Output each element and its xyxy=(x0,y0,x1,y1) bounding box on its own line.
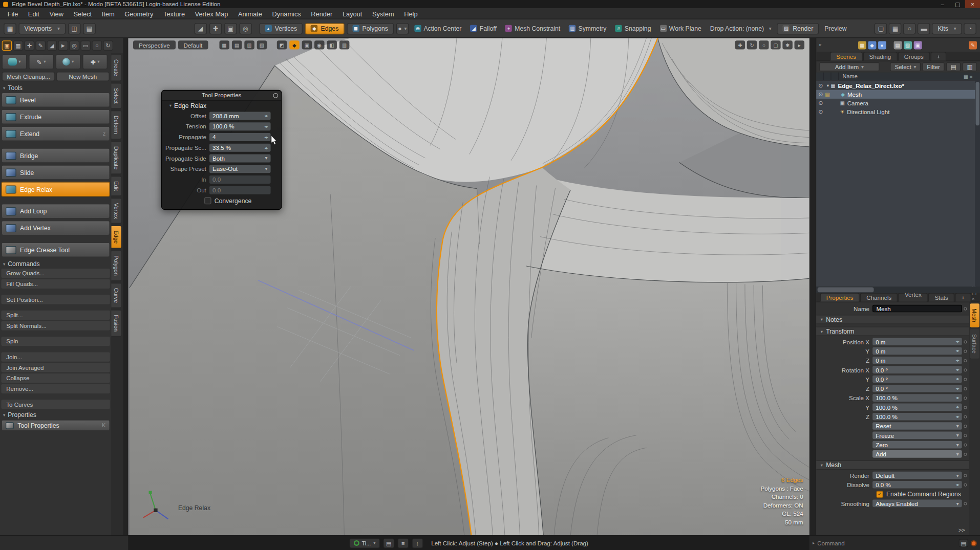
shade-mode-icon[interactable]: ◩ xyxy=(276,40,287,49)
tab-add-plus[interactable]: + xyxy=(930,52,946,60)
plane-tool-icon[interactable]: ▭ xyxy=(80,40,91,51)
mode-polygons-button[interactable]: ◼Polygons xyxy=(347,23,394,34)
command-status-icon[interactable] xyxy=(971,540,977,546)
menu-select[interactable]: Select xyxy=(69,10,97,17)
preview-button[interactable]: Preview xyxy=(821,25,850,32)
header-grid-icon[interactable]: ▦ ≡ xyxy=(964,73,973,79)
menu-item[interactable]: Item xyxy=(97,10,119,17)
channel-dot-icon[interactable] xyxy=(964,307,967,310)
channel-dot-icon[interactable] xyxy=(964,397,967,400)
scale-z-field[interactable]: 100.0 %◂▸ xyxy=(872,413,962,421)
propagate-field[interactable]: 4◂▸ xyxy=(209,133,271,141)
channel-dot-icon[interactable] xyxy=(964,406,967,409)
viewport-split-icon[interactable]: ◫ xyxy=(68,23,80,34)
grid-hatch-icon[interactable]: ▨ xyxy=(257,40,267,49)
menu-system[interactable]: System xyxy=(367,10,399,17)
tool-edge-crease[interactable]: Edge Crease Tool xyxy=(1,243,110,257)
command-join[interactable]: Join... xyxy=(1,352,110,361)
command-fill-quads[interactable]: Fill Quads... xyxy=(1,279,110,289)
expand-triangle-icon[interactable]: ▼ xyxy=(825,84,830,87)
pan-view-icon[interactable]: ✚ xyxy=(735,40,745,49)
maximize-button[interactable]: ▢ xyxy=(950,0,965,8)
command-input[interactable] xyxy=(817,540,956,546)
command-join-averaged[interactable]: Join Averaged xyxy=(1,363,110,372)
tab-groups[interactable]: Groups xyxy=(898,52,930,60)
filter-button[interactable]: Filter xyxy=(923,62,945,71)
command-spin[interactable]: Spin xyxy=(1,337,110,346)
dissolve-field[interactable]: 0.0 %◂▸ xyxy=(872,481,962,489)
ghost-mode-icon[interactable]: ◉ xyxy=(314,40,325,49)
tool-edge-relax[interactable]: Edge Relax xyxy=(1,182,110,196)
convergence-checkbox[interactable] xyxy=(204,197,211,204)
layout-wide-icon[interactable]: ▬ xyxy=(918,23,930,34)
fit-view-icon[interactable]: ▢ xyxy=(771,40,781,49)
side-tab-surface[interactable]: Surface xyxy=(970,329,979,358)
tool-add-loop[interactable]: Add Loop xyxy=(1,204,110,218)
refresh-tool-icon[interactable]: ↻ xyxy=(103,40,113,51)
thumb-view-icon[interactable]: ▥ xyxy=(963,62,977,71)
name-column-header[interactable]: Name xyxy=(839,73,858,79)
properties-section-header[interactable]: Properties xyxy=(0,410,111,420)
tab-fusion[interactable]: Fusion xyxy=(111,310,122,337)
position-y-field[interactable]: 0 m◂▸ xyxy=(872,347,962,355)
tab-create[interactable]: Create xyxy=(111,54,122,81)
tab-plus[interactable]: + xyxy=(955,293,971,302)
scale-x-field[interactable]: 100.0 %◂▸ xyxy=(872,394,962,402)
transform-icon[interactable]: ✚ xyxy=(209,23,222,34)
channel-dot-icon[interactable] xyxy=(964,474,967,477)
offset-field[interactable]: 208.8 mm◂▸ xyxy=(209,112,271,120)
scrollbar-thumb[interactable] xyxy=(976,82,979,125)
position-z-field[interactable]: 0 m◂▸ xyxy=(872,357,962,364)
grid-dots-icon[interactable]: ▦ xyxy=(219,40,229,49)
position-x-field[interactable]: 0 m◂▸ xyxy=(872,338,962,345)
menu-layout[interactable]: Layout xyxy=(337,10,367,17)
clock-icon[interactable]: ◔ xyxy=(964,23,976,34)
tool-bevel[interactable]: Bevel xyxy=(1,93,110,107)
channel-dot-icon[interactable] xyxy=(964,359,967,362)
side-tab-mesh[interactable]: Mesh xyxy=(970,303,979,327)
channel-dot-icon[interactable] xyxy=(964,349,967,353)
tool-slide[interactable]: Slide xyxy=(1,165,110,180)
items-stack-icon[interactable]: ◆ xyxy=(868,41,876,49)
viewport-list-icon[interactable]: ▤ xyxy=(83,23,95,34)
smoothing-dropdown[interactable]: Always Enabled▾ xyxy=(872,500,962,508)
list-view-icon[interactable]: ▤ xyxy=(946,62,961,71)
tree-vertical-scrollbar[interactable] xyxy=(975,80,980,287)
item-mode-icon[interactable]: ◎ xyxy=(239,23,251,34)
mesh-section-header[interactable]: Mesh xyxy=(816,460,969,470)
grid-half-icon[interactable]: ▥ xyxy=(244,40,254,49)
table-icon[interactable]: ▤ xyxy=(893,41,902,49)
add-tool-icon[interactable]: ✚ xyxy=(25,40,35,51)
tab-stats[interactable]: Stats xyxy=(928,293,954,302)
cylinder-primitive-button[interactable]: ▾ xyxy=(2,54,27,69)
spinner-icon[interactable]: ◂▸ xyxy=(264,145,267,150)
zoom-view-icon[interactable]: ○ xyxy=(759,40,769,49)
channel-dot-icon[interactable] xyxy=(964,368,967,371)
tool-extrude[interactable]: Extrude xyxy=(1,109,110,124)
shading-style-dropdown[interactable]: Default xyxy=(178,40,208,49)
select-arrow-icon[interactable]: ◢ xyxy=(194,23,206,34)
tab-scenes[interactable]: Scenes xyxy=(830,52,862,60)
group-icon[interactable]: ▣ xyxy=(913,41,922,49)
snapping-button[interactable]: #Snapping xyxy=(612,25,654,32)
tree-row-directional-light[interactable]: ⊙ ☀ Directional Light xyxy=(816,107,980,116)
camera-view-dropdown[interactable]: Perspective xyxy=(133,40,176,49)
wire-mode-icon[interactable]: ▣ xyxy=(302,40,312,49)
eye-icon[interactable]: ⊙ xyxy=(816,82,825,89)
tab-deform[interactable]: Deform xyxy=(111,111,122,139)
element-move-icon[interactable]: ▣ xyxy=(224,23,237,34)
more-button[interactable]: >> xyxy=(958,527,969,535)
commands-section-header[interactable]: Commands xyxy=(0,259,111,269)
channel-dot-icon[interactable] xyxy=(964,452,967,455)
menu-animate[interactable]: Animate xyxy=(233,10,267,17)
tree-row-mesh[interactable]: ⊙ ▤ ◆ Mesh xyxy=(816,90,980,99)
spinner-icon[interactable]: ◂▸ xyxy=(264,135,267,140)
mode-edges-button[interactable]: ◆Edges xyxy=(305,23,344,34)
palette-icon[interactable]: ▦ xyxy=(858,41,866,49)
add-item-dropdown[interactable]: Add Item xyxy=(819,62,879,71)
menu-view[interactable]: View xyxy=(45,10,69,17)
command-grow-quads[interactable]: Grow Quads... xyxy=(1,269,110,278)
menu-file[interactable]: File xyxy=(3,10,23,17)
curve-tool-button[interactable]: ✎▾ xyxy=(29,54,54,69)
select-dropdown[interactable]: Select xyxy=(890,62,921,71)
